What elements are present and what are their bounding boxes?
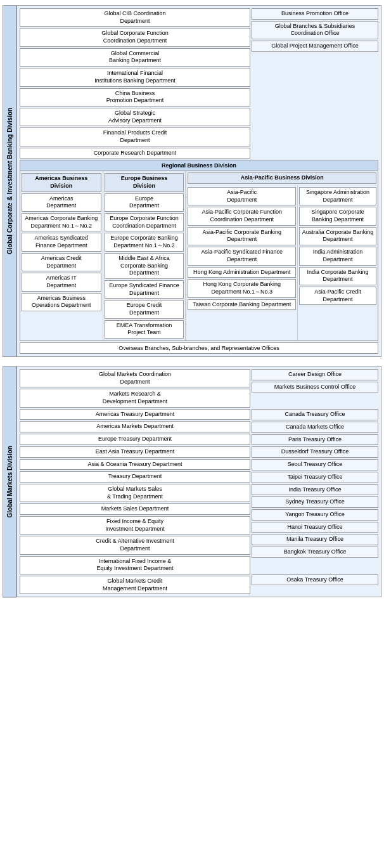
apac-right-col: Singapore Administration Department Sing… (298, 185, 378, 340)
dept-box: China BusinessPromotion Department (20, 88, 250, 107)
americas-dept: Americas Business Operations Department (22, 293, 101, 311)
europe-dept: Middle East & Africa Corporate Banking D… (105, 253, 184, 279)
europe-col: Europe BusinessDivision EuropeDepartment… (103, 171, 186, 340)
markets-dept: Treasury Department (20, 471, 250, 483)
office-box: Sydney Treasury Office (252, 496, 378, 508)
dept-box: Global CIB CoordinationDepartment (20, 8, 250, 27)
markets-content: Global Markets CoordinationDepartment Ma… (16, 366, 381, 597)
office-box: Hanoi Treasury Office (252, 522, 378, 533)
office-box: Manila Treasury Office (252, 534, 378, 545)
office-box: Yangon Treasury Office (252, 509, 378, 521)
europe-dept: EMEA Transformation Project Team (105, 320, 184, 339)
markets-division: Global Markets Division Global Markets C… (3, 366, 381, 597)
office-box: Canada Markets Office (252, 422, 378, 433)
markets-left-col: Global Markets CoordinationDepartment Ma… (20, 369, 250, 594)
markets-dept: Markets Research &Development Department (20, 389, 250, 407)
apac-dept: Asia-Pacific Syndicated Finance Departme… (188, 247, 296, 265)
org-chart: Global Corporate & Investment Banking Di… (0, 0, 384, 606)
office-box: India Treasury Office (252, 484, 378, 496)
office-box: Markets Business Control Office (252, 382, 378, 393)
apac-dept: Hong Kong Corporate Banking Department N… (188, 279, 296, 297)
markets-dept: Global Markets Sales& Trading Department (20, 484, 250, 502)
office-box: Seoul Treasury Office (252, 459, 378, 470)
apac-left-col: Asia-PacificDepartment Asia-Pacific Corp… (186, 185, 298, 340)
office-box: Global Branches & SubsidiariesCoordinati… (252, 21, 378, 39)
apac-dept: Asia-Pacific Corporate Banking Departmen… (188, 227, 296, 245)
europe-dept: Europe Corporate Function Coordination D… (105, 213, 184, 231)
apac-dept: Asia-PacificDepartment (188, 187, 296, 205)
apac-dept: Taiwan Corporate Banking Department (188, 299, 296, 311)
dept-box: Global CommercialBanking Department (20, 48, 250, 67)
cib-left-col: Global CIB CoordinationDepartment Global… (20, 8, 250, 159)
office-box: Business Promotion Office (252, 8, 378, 20)
americas-dept: Americas CreditDepartment (22, 253, 101, 271)
markets-dept: Markets Sales Department (20, 503, 250, 515)
cib-right-col: Business Promotion Office Global Branche… (252, 8, 378, 159)
apac-dept: India Corporate Banking Department (299, 267, 376, 285)
apac-section: Asia-Pacific Business Division Asia-Paci… (186, 171, 378, 340)
europe-dept: EuropeDepartment (105, 193, 184, 212)
overseas-box: Overseas Branches, Sub-branches, and Rep… (20, 342, 378, 354)
americas-header: Americas BusinessDivision (22, 173, 101, 191)
markets-division-label: Global Markets Division (3, 366, 16, 597)
regional-title: Regional Business Division (20, 160, 378, 171)
office-box: Global Project Management Office (252, 41, 378, 52)
markets-dept: International Fixed Income &Equity Inves… (20, 556, 250, 574)
markets-dept: Global Markets CoordinationDepartment (20, 369, 250, 387)
apac-dept: India Administration Department (299, 247, 376, 265)
office-box: Paris Treasury Office (252, 434, 378, 446)
markets-dept: East Asia Treasury Department (20, 446, 250, 458)
apac-dept: Hong Kong Administration Department (188, 267, 296, 278)
dept-box: Financial Products CreditDepartment (20, 127, 250, 146)
apac-dept: Singapore Corporate Banking Department (299, 207, 376, 225)
europe-dept: Europe CreditDepartment (105, 300, 184, 318)
apac-dept: Asia-Pacific Credit Department (299, 287, 376, 305)
cib-content: Global CIB CoordinationDepartment Global… (16, 5, 381, 357)
markets-dept: Americas Treasury Department (20, 409, 250, 420)
cib-main: Global CIB CoordinationDepartment Global… (20, 8, 378, 159)
americas-dept: Americas Corporate Banking Department No… (22, 213, 101, 231)
cib-division-label: Global Corporate & Investment Banking Di… (3, 5, 16, 357)
europe-header: Europe BusinessDivision (105, 173, 184, 191)
office-box: Dusseldorf Treasury Office (252, 446, 378, 458)
markets-dept: Americas Markets Department (20, 421, 250, 432)
office-box: Osaka Treasury Office (252, 574, 378, 586)
americas-col: Americas BusinessDivision AmericasDepart… (20, 171, 103, 340)
office-box: Bangkok Treasury Office (252, 547, 378, 558)
office-box: Career Design Office (252, 369, 378, 380)
americas-dept: Americas ITDepartment (22, 273, 101, 291)
markets-dept: Europe Treasury Department (20, 434, 250, 445)
regional-body: Americas BusinessDivision AmericasDepart… (20, 171, 378, 340)
markets-main: Global Markets CoordinationDepartment Ma… (20, 369, 378, 594)
markets-dept: Fixed Income & EquityInvestment Departme… (20, 516, 250, 534)
dept-box: Corporate Research Department (20, 148, 250, 159)
apac-dept: Asia-Pacific Corporate Function Coordina… (188, 207, 296, 225)
markets-dept: Global Markets CreditManagement Departme… (20, 576, 250, 594)
office-box: Canada Treasury Office (252, 409, 378, 420)
markets-dept: Asia & Oceania Treasury Department (20, 459, 250, 470)
europe-dept: Europe Syndicated Finance Department (105, 280, 184, 299)
markets-right-col: Career Design Office Markets Business Co… (252, 369, 378, 594)
regional-section: Regional Business Division Americas Busi… (20, 160, 378, 341)
apac-header: Asia-Pacific Business Division (188, 172, 376, 184)
cib-division: Global Corporate & Investment Banking Di… (3, 5, 381, 357)
europe-dept: Europe Corporate Banking Department No.1… (105, 233, 184, 251)
apac-dept: Australia Corporate Banking Department (299, 227, 376, 245)
apac-dept: Singapore Administration Department (299, 187, 376, 205)
markets-dept: Credit & Alternative InvestmentDepartmen… (20, 536, 250, 554)
dept-box: Global Corporate FunctionCoordination De… (20, 28, 250, 46)
americas-dept: Americas Syndicated Finance Department (22, 233, 101, 251)
dept-box: Global StrategicAdvisory Department (20, 108, 250, 126)
dept-box: International FinancialInstitutions Bank… (20, 68, 250, 86)
americas-dept: AmericasDepartment (22, 193, 101, 212)
office-box: Taipei Treasury Office (252, 472, 378, 483)
